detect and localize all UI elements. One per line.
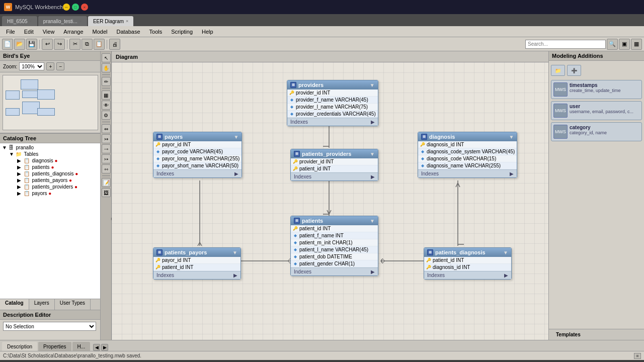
table-providers-expand[interactable]: ▼ xyxy=(370,82,375,88)
tree-tables-folder[interactable]: ▼ 📁 Tables xyxy=(1,151,99,157)
svg-line-19 xyxy=(458,183,460,187)
tool-rel1[interactable]: ⇔ xyxy=(102,124,111,133)
menu-edit[interactable]: Edit xyxy=(20,28,38,36)
menu-scripting[interactable]: Scripting xyxy=(167,28,197,36)
menu-file[interactable]: File xyxy=(2,28,19,36)
bottom-nav-prev[interactable]: ◀ xyxy=(93,344,100,351)
tool-sep2 xyxy=(102,88,110,88)
right-icon-folder[interactable]: 📁 xyxy=(551,65,565,76)
table-diag-indexes[interactable]: Indexes ▶ xyxy=(418,169,517,177)
left-bottom-tabs: Catalog Layers User Types xyxy=(0,299,100,310)
tool-select[interactable]: ↖ xyxy=(102,53,111,62)
tool-rel3[interactable]: ⤏ xyxy=(102,144,111,153)
table-diag-expand[interactable]: ▼ xyxy=(509,134,514,140)
table-patients-providers[interactable]: ⊞ patients_providers ▼ 🔑 provider_id INT… xyxy=(290,149,378,181)
tab-hiia[interactable]: HII_6505 × xyxy=(2,16,37,26)
table-patients-diagnosis[interactable]: ⊞ patients_diagnosis ▼ 🔑 patient_id INT … xyxy=(424,247,512,280)
tool-rel5[interactable]: ⇿ xyxy=(102,164,111,173)
tb-redo[interactable]: ↪ xyxy=(54,39,65,50)
tb-copy[interactable]: ⧉ xyxy=(82,39,93,50)
table-diagnosis[interactable]: ⊞ diagnosis ▼ 🔑 diagnosis_id INT ◆ diagn… xyxy=(418,132,517,178)
toolbar-search[interactable] xyxy=(525,40,606,49)
close-button[interactable]: × xyxy=(81,4,88,11)
minimize-button[interactable]: ─ xyxy=(63,4,70,11)
tool-rel4[interactable]: ⤐ xyxy=(102,154,111,163)
table-patients-payors[interactable]: ⊞ patients_payors ▼ 🔑 payor_id INT 🔑 pat… xyxy=(153,247,241,280)
tree-table-patients-diagnosis[interactable]: ▶ 📋 patients_diagnosis ● xyxy=(1,170,99,177)
table-pdiag-expand[interactable]: ▼ xyxy=(503,250,508,255)
minimap[interactable] xyxy=(3,75,98,130)
tree-table-patients[interactable]: ▶ 📋 patients ● xyxy=(1,164,99,170)
tb-new[interactable]: 📄 xyxy=(2,39,13,50)
tb-view-btn2[interactable]: ▦ xyxy=(631,39,642,50)
table-payors[interactable]: ⊞ payors ▼ 🔑 payor_id INT ◆ payor_code V… xyxy=(153,132,242,178)
tool-image[interactable]: 🖼 xyxy=(102,188,111,197)
table-pp-expand[interactable]: ▼ xyxy=(370,151,375,157)
table-providers-indexes[interactable]: Indexes ▶ xyxy=(287,118,378,126)
tab-pranallo-close[interactable]: × xyxy=(79,19,82,24)
tb-view-btn1[interactable]: ▣ xyxy=(619,39,630,50)
tool-note[interactable]: 📝 xyxy=(102,178,111,187)
bottom-tab-h[interactable]: H... xyxy=(72,342,91,351)
left-tab-usertypes[interactable]: User Types xyxy=(55,299,91,310)
tool-routine[interactable]: ⚙ xyxy=(102,111,111,120)
tab-pranallo[interactable]: pranallo_testi... × xyxy=(38,16,87,26)
table-patients-indexes[interactable]: Indexes ▶ xyxy=(291,267,378,276)
right-icon-add[interactable]: ➕ xyxy=(567,65,581,76)
field-diag-codesys: ◆ diagnosis_code_system VARCHAR(45) xyxy=(418,148,517,155)
tree-table-payors[interactable]: ▶ 📋 payors ● xyxy=(1,190,99,197)
bottom-nav-next[interactable]: ▶ xyxy=(101,344,108,351)
table-patients-expand[interactable]: ▼ xyxy=(370,218,375,224)
left-tab-catalog[interactable]: Catalog xyxy=(0,299,29,310)
maximize-button[interactable]: □ xyxy=(72,4,79,11)
menu-view[interactable]: View xyxy=(39,28,59,36)
zoom-in-btn[interactable]: + xyxy=(46,62,54,70)
menu-model[interactable]: Model xyxy=(89,28,112,36)
tool-rel2[interactable]: ↣ xyxy=(102,134,111,143)
catalog-header: Catalog Tree xyxy=(0,133,100,143)
diagram-canvas[interactable]: ⊞ providers ▼ 🔑 provider_id INT ◆ provid… xyxy=(112,62,548,340)
table-ppayors-expand[interactable]: ▼ xyxy=(232,250,237,255)
tool-table[interactable]: ▦ xyxy=(102,90,111,100)
tool-view[interactable]: 👁 xyxy=(102,101,111,110)
tb-cut[interactable]: ✂ xyxy=(69,39,80,50)
addition-category[interactable]: MWS category category_id, name xyxy=(551,122,642,141)
tb-open[interactable]: 📂 xyxy=(14,39,25,50)
table-pp-indexes[interactable]: Indexes ▶ xyxy=(291,172,378,180)
table-pdiag-indexes[interactable]: Indexes ▶ xyxy=(424,271,511,279)
status-icon1[interactable]: ≡ xyxy=(634,353,641,359)
addition-user[interactable]: MWS user username, email, password, c... xyxy=(551,101,642,120)
menu-database[interactable]: Database xyxy=(112,28,144,36)
table-ppayors-indexes[interactable]: Indexes ▶ xyxy=(153,271,240,279)
tree-table-patients-payors[interactable]: ▶ 📋 patients_payors ● xyxy=(1,177,99,184)
table-providers[interactable]: ⊞ providers ▼ 🔑 provider_id INT ◆ provid… xyxy=(287,80,378,126)
bottom-tab-description[interactable]: Description xyxy=(2,342,37,351)
tb-paste[interactable]: 📋 xyxy=(94,39,105,50)
addition-timestamps[interactable]: MWS timestamps create_time, update_time xyxy=(551,80,642,99)
desc-editor-select[interactable]: No Selection xyxy=(3,322,96,331)
tb-save[interactable]: 💾 xyxy=(26,39,37,50)
tab-eer-close[interactable]: × xyxy=(126,19,128,24)
zoom-out-btn[interactable]: − xyxy=(56,62,64,70)
table-payors-expand[interactable]: ▼ xyxy=(233,134,238,140)
tool-hand[interactable]: ✋ xyxy=(102,63,111,72)
tab-eer[interactable]: EER Diagram × xyxy=(88,16,133,26)
left-tab-layers[interactable]: Layers xyxy=(29,299,55,310)
tree-table-patients-providers[interactable]: ▶ 📋 patients_providers ● xyxy=(1,184,99,190)
tree-schema-pranallo[interactable]: ▼ 🗄 pranallo xyxy=(1,144,99,151)
bottom-tab-properties[interactable]: Properties xyxy=(38,342,71,351)
menu-help[interactable]: Help xyxy=(198,28,217,36)
zoom-select[interactable]: 100% 75% 50% 150% xyxy=(19,62,44,70)
menu-tools[interactable]: Tools xyxy=(145,28,167,36)
tab-hiia-close[interactable]: × xyxy=(30,19,32,24)
table-patients[interactable]: ⊞ patients ▼ 🔑 patient_id INT ◆ patient_… xyxy=(290,216,378,276)
templates-btn[interactable]: Templates xyxy=(553,331,584,338)
tb-search-btn[interactable]: 🔍 xyxy=(607,39,618,50)
table-payors-indexes[interactable]: Indexes ▶ xyxy=(153,169,242,177)
tool-pencil[interactable]: ✏ xyxy=(102,77,111,86)
tb-print[interactable]: 🖨 xyxy=(109,39,120,50)
tree-table-diagnosis[interactable]: ▶ 📋 diagnosis ● xyxy=(1,157,99,164)
key-diag-c: ◆ xyxy=(420,156,425,161)
menu-arrange[interactable]: Arrange xyxy=(59,28,87,36)
tb-undo[interactable]: ↩ xyxy=(42,39,53,50)
